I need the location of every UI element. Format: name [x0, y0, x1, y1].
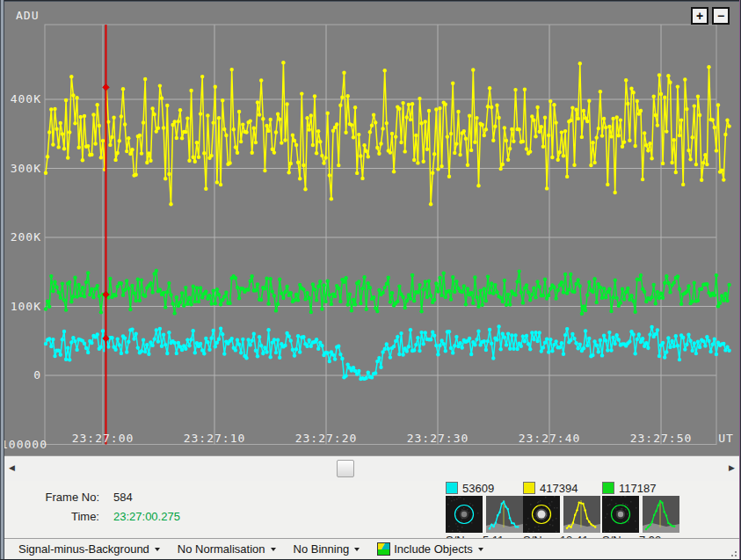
frame-number-value: 584 [113, 491, 133, 504]
object-3-aperture-thumbnail [602, 496, 639, 533]
y-tick-label: 100000 [4, 438, 47, 451]
display-mode-label: Signal-minus-Background [18, 542, 149, 556]
object-2-yellow [44, 61, 731, 207]
object-3-green [44, 269, 731, 316]
x-tick-label: 23:27:10 [171, 432, 258, 445]
y-axis-title: ADU [16, 9, 39, 22]
normalisation-label: No Normalisation [178, 542, 265, 556]
object-1-psf-thumbnail [486, 496, 523, 533]
scroll-left-arrow[interactable]: ◀ [9, 464, 15, 472]
time-label: Time: [38, 510, 99, 523]
y-tick-label: 100K [4, 300, 41, 313]
normalisation-dropdown[interactable]: No Normalisation [169, 540, 285, 559]
cursor-marker [103, 84, 110, 91]
frame-info: Frame No: 584 Time: 23:27:00.275 [38, 487, 180, 526]
object-1-intensity-value: 53609 [462, 482, 494, 495]
scroll-thumb[interactable] [337, 460, 354, 477]
x-tick-label: 23:27:20 [282, 432, 370, 445]
chevron-down-icon [155, 548, 160, 551]
zoom-out-button[interactable]: − [712, 7, 730, 25]
object-3-intensity-value: 117187 [619, 482, 656, 495]
object-panel-3: 117187 S/N = 7.93 [602, 482, 683, 547]
measurement-info-panel: Frame No: 584 Time: 23:27:00.275 53609 S… [4, 481, 739, 538]
object-3-color-swatch [602, 482, 614, 494]
binning-dropdown[interactable]: No Binning [285, 540, 369, 559]
bottom-toolbar: Signal-minus-Background No Normalisation… [4, 538, 739, 559]
y-tick-label: 0 [4, 368, 41, 382]
x-tick-label: 23:27:30 [394, 432, 482, 445]
x-axis-unit-label: UT [708, 432, 739, 445]
zoom-in-button[interactable]: + [691, 7, 708, 25]
include-objects-dropdown[interactable]: Include Objects [368, 540, 492, 559]
include-objects-label: Include Objects [394, 542, 473, 556]
object-1-aperture-thumbnail [446, 496, 483, 533]
resize-grip[interactable] [728, 548, 738, 558]
time-scrollbar[interactable]: ◀ ▶ [4, 455, 739, 481]
display-mode-dropdown[interactable]: Signal-minus-Background [10, 540, 169, 559]
scroll-right-arrow[interactable]: ▶ [729, 464, 735, 472]
object-1-cyan [44, 324, 731, 381]
object-panel-2: 417394 S/N = 12.41 [523, 482, 604, 547]
object-panel-1: 53609 S/N = 5.11 [446, 482, 527, 547]
binning-label: No Binning [294, 542, 350, 556]
object-2-psf-thumbnail [563, 496, 600, 533]
x-tick-label: 23:27:50 [617, 432, 705, 445]
object-2-intensity-value: 417394 [540, 482, 578, 495]
x-tick-label: 23:27:40 [505, 432, 593, 445]
x-tick-label: 23:27:00 [59, 432, 147, 445]
plot-area[interactable] [4, 2, 739, 455]
object-2-aperture-thumbnail [523, 496, 560, 533]
object-1-color-swatch [446, 482, 458, 494]
application-window: ADU + − 400K300K200K100K010000023:27:002… [0, 0, 741, 560]
y-tick-label: 200K [4, 230, 41, 244]
chevron-down-icon [478, 548, 483, 551]
y-tick-label: 300K [4, 162, 41, 175]
frame-number-label: Frame No: [38, 491, 99, 504]
light-curve-chart: ADU + − 400K300K200K100K010000023:27:002… [4, 2, 739, 455]
y-tick-label: 400K [4, 92, 41, 105]
time-value: 23:27:00.275 [113, 510, 180, 523]
chevron-down-icon [354, 548, 360, 551]
object-2-color-swatch [523, 482, 535, 494]
chevron-down-icon [271, 548, 276, 551]
include-objects-icon [377, 542, 390, 556]
object-3-psf-thumbnail [643, 496, 679, 533]
